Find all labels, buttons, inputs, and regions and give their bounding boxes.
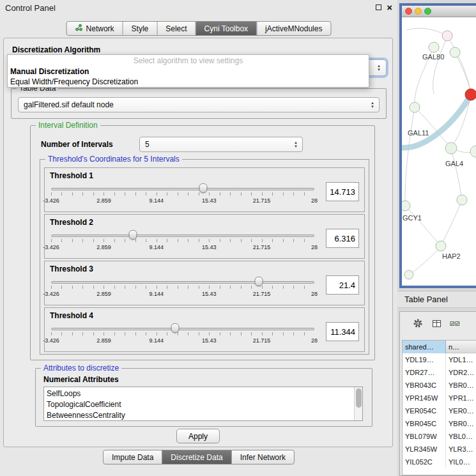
table-header-row: shared… n… — [403, 341, 476, 353]
algorithm-dropdown-popup: Select algorithm to view settings Manual… — [7, 54, 369, 88]
tab-infer-network[interactable]: Infer Network — [232, 450, 294, 464]
window-title: Control Panel — [5, 3, 56, 13]
column-selector-icon[interactable] — [431, 318, 441, 328]
node[interactable] — [470, 146, 476, 157]
control-panel-window: Control Panel × Network Style — [0, 0, 397, 476]
threshold-1-value-field[interactable]: 14.713 — [326, 182, 359, 201]
column-header-shared-name[interactable]: shared… — [403, 341, 446, 353]
slider-thumb[interactable] — [128, 230, 137, 240]
slider-thumb[interactable] — [255, 277, 263, 286]
apply-button[interactable]: Apply — [176, 429, 220, 443]
list-item-selfloops[interactable]: SelfLoops — [47, 388, 353, 399]
threshold-2-slider[interactable]: -3.426 2.859 9.144 15.43 21.715 28 — [51, 229, 314, 256]
table-panel: shared… n… YDL19…YDL1… YDR27…YDR2… YBR04… — [399, 311, 476, 476]
threshold-1-label: Threshold 1 — [50, 171, 93, 180]
threshold-2-panel: Threshold 2 -3.426 2.859 9.144 15.43 21.… — [44, 214, 365, 259]
dropdown-prompt[interactable]: Select algorithm to view settings — [8, 55, 369, 66]
table-row[interactable]: YBR045CYBR0… — [403, 417, 476, 430]
node-label-gal4: GAL4 — [445, 160, 463, 167]
node-label-hap2: HAP2 — [442, 252, 461, 260]
slider-thumb[interactable] — [171, 323, 179, 333]
slider-ticks — [51, 192, 314, 196]
table-row[interactable]: YLR345WYLR3… — [403, 443, 476, 456]
screen: Control Panel × Network Style — [0, 0, 476, 476]
node[interactable] — [445, 142, 457, 154]
cyni-toolbox-panel: Discretization Algorithm ▲▼ Select algor… — [3, 38, 393, 447]
threshold-3-panel: Threshold 3 -3.426 2.859 9.144 15.43 21.… — [44, 261, 365, 305]
node-label-gcy1: GCY1 — [403, 214, 422, 222]
tab-impute-data[interactable]: Impute Data — [104, 450, 162, 464]
threshold-3-value-field[interactable]: 21.4 — [326, 275, 359, 295]
numerical-attributes-label: Numerical Attributes — [43, 375, 119, 384]
interval-definition-legend: Interval Definition — [36, 121, 100, 130]
slider-thumb[interactable] — [199, 183, 207, 193]
network-window-titlebar — [402, 6, 476, 17]
table-data-group: Table Data galFiltered.sif default node … — [11, 88, 387, 119]
node-selected[interactable] — [465, 89, 476, 100]
network-nodes — [402, 31, 476, 279]
number-of-intervals-combobox[interactable]: 5 ▲▼ — [139, 137, 303, 152]
float-window-icon[interactable] — [376, 4, 381, 10]
top-tab-bar: Network Style Select Cyni Toolbox jActiv… — [66, 21, 332, 36]
tab-network-label: Network — [86, 24, 114, 33]
slider-ticks — [51, 239, 314, 242]
tab-cyni-toolbox[interactable]: Cyni Toolbox — [196, 22, 257, 35]
column-header-name[interactable]: n… — [446, 341, 476, 353]
dropdown-option-equal-width[interactable]: Equal Width/Frequency Discretization — [8, 77, 369, 87]
tab-discretize-data[interactable]: Discretize Data — [162, 450, 231, 464]
number-of-intervals-value: 5 — [145, 140, 150, 149]
threshold-4-panel: Threshold 4 -3.426 2.859 9.144 15.43 21.… — [44, 307, 365, 352]
gear-icon[interactable] — [413, 318, 423, 328]
threshold-2-label: Threshold 2 — [50, 218, 93, 227]
network-canvas[interactable]: GAL80 GAL11 GAL4 GCY1 HAP2 — [402, 17, 476, 288]
threshold-2-value-field[interactable]: 6.316 — [326, 229, 359, 248]
node[interactable] — [450, 47, 460, 58]
thresholds-legend: Threshold's Coordinates for 5 Intervals — [45, 155, 182, 164]
node[interactable] — [410, 102, 420, 112]
threshold-3-slider[interactable]: -3.426 2.859 9.144 15.43 21.715 28 — [51, 275, 314, 302]
table-panel-title: Table Panel — [397, 291, 476, 308]
node[interactable] — [404, 270, 413, 279]
numerical-attributes-list: SelfLoops TopologicalCoefficient Between… — [43, 387, 363, 421]
tab-select[interactable]: Select — [157, 22, 196, 35]
table-row[interactable]: YIL052CYIL0… — [403, 456, 476, 468]
table-row[interactable]: YDL19…YDL1… — [403, 353, 476, 366]
tab-style[interactable]: Style — [123, 22, 158, 35]
tab-jactivemnodules[interactable]: jActiveMNodules — [257, 22, 330, 35]
slider-track — [51, 328, 314, 330]
tab-network[interactable]: Network — [67, 22, 123, 35]
table-row[interactable]: YER054CYER0… — [403, 404, 476, 417]
list-item-topologicalcoefficient[interactable]: TopologicalCoefficient — [47, 399, 353, 410]
node[interactable] — [457, 195, 467, 205]
table-panel-toolbar — [400, 312, 476, 335]
thresholds-group: Threshold's Coordinates for 5 Intervals … — [40, 159, 369, 355]
slider-ticks — [51, 286, 314, 289]
threshold-1-panel: Threshold 1 -3.426 2.859 9.144 15.43 21.… — [44, 167, 365, 212]
node-label-gal80: GAL80 — [422, 53, 444, 61]
close-icon[interactable]: × — [387, 4, 392, 11]
slider-track — [51, 281, 314, 284]
node[interactable] — [429, 42, 439, 52]
node[interactable] — [442, 31, 452, 41]
table-row[interactable]: YBL079WYBL0… — [403, 430, 476, 443]
node[interactable] — [402, 201, 410, 211]
list-item-betweennesscentrality[interactable]: BetweennessCentrality — [47, 410, 353, 421]
node[interactable] — [436, 241, 446, 251]
scrollbar-thumb[interactable] — [356, 388, 362, 408]
threshold-4-value-field[interactable]: 11.344 — [326, 322, 359, 341]
table-row[interactable]: YPR145WYPR1… — [403, 392, 476, 404]
table-row[interactable]: YBR043CYBR0… — [403, 379, 476, 392]
table-data-combobox[interactable]: galFiltered.sif default node ▲▼ — [18, 97, 380, 112]
number-of-intervals-label: Number of Intervals — [41, 140, 113, 149]
slider-scale: -3.426 2.859 9.144 15.43 21.715 28 — [51, 337, 314, 344]
dropdown-option-manual-discretization[interactable]: Manual Discretization — [8, 66, 369, 77]
bottom-tab-bar: Impute Data Discretize Data Infer Networ… — [103, 450, 295, 464]
select-columns-checkboxes-icon[interactable] — [450, 318, 460, 328]
threshold-4-slider[interactable]: -3.426 2.859 9.144 15.43 21.715 28 — [51, 322, 314, 349]
threshold-1-slider[interactable]: -3.426 2.859 9.144 15.43 21.715 28 — [51, 182, 314, 209]
minimize-traffic-light-icon[interactable] — [415, 8, 422, 15]
list-scrollbar[interactable] — [354, 387, 362, 420]
table-row[interactable]: YDR27…YDR2… — [403, 366, 476, 379]
zoom-traffic-light-icon[interactable] — [424, 8, 431, 15]
close-traffic-light-icon[interactable] — [405, 8, 412, 15]
